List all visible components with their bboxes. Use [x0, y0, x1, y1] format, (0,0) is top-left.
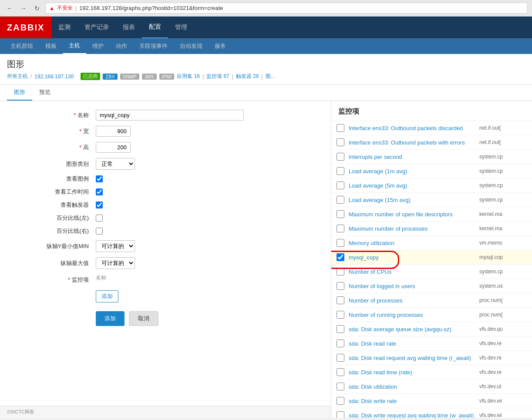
tab-graphs[interactable]: 图形	[7, 85, 32, 101]
breadcrumb-apps[interactable]: 应用集 16	[177, 73, 200, 80]
breadcrumb-allhosts[interactable]: 所有主机	[7, 73, 28, 80]
nav-config[interactable]: 配置	[142, 17, 168, 38]
item-name[interactable]: sda: Disk read request avg waiting time …	[349, 355, 479, 361]
item-checkbox-15[interactable]	[337, 339, 344, 347]
name-input[interactable]	[96, 110, 244, 121]
item-name[interactable]: Interface ens33: Outbound packets with e…	[349, 139, 479, 146]
item-name[interactable]: sda: Disk read rate	[349, 340, 479, 347]
monitoring-header: 名称	[96, 274, 322, 282]
monitoring-label: 监控项	[9, 274, 96, 284]
item-list: Interface ens33: Outbound packets discar…	[331, 121, 532, 418]
breadcrumb: 所有主机 / 192.168.197.130 已启用 ZBX SNMP JMX …	[7, 73, 525, 80]
subnav-services[interactable]: 服务	[209, 38, 232, 54]
trigger-label: 查看触发器	[9, 201, 96, 209]
subnav-templates[interactable]: 模板	[39, 38, 63, 54]
item-checkbox-14[interactable]	[337, 325, 344, 333]
subnav-hostgroups[interactable]: 主机群组	[4, 38, 39, 54]
item-name[interactable]: Number of processes	[349, 297, 479, 304]
percentile-left-checkbox[interactable]	[96, 215, 103, 222]
item-name[interactable]: Load average (1m avg)	[349, 168, 479, 175]
percentile-right-checkbox[interactable]	[96, 228, 103, 235]
item-checkbox-18[interactable]	[337, 383, 344, 390]
breadcrumb-host[interactable]: 192.168.197.130	[34, 74, 74, 80]
item-checkbox-2[interactable]	[337, 153, 344, 161]
nav-admin[interactable]: 管理	[168, 17, 194, 38]
item-name[interactable]: mysql_copy	[349, 254, 479, 261]
item-row: Interrupts per secondsystem.cp	[331, 150, 532, 164]
item-checkbox-7[interactable]	[337, 225, 344, 232]
height-input[interactable]	[96, 142, 131, 153]
item-checkbox-6[interactable]	[337, 210, 344, 218]
url-display[interactable]: 192.168.197.128/graphs.php?hostid=10321&…	[79, 5, 223, 11]
item-name[interactable]: Load average (5m avg)	[349, 182, 479, 189]
col-name: 名称	[96, 274, 106, 282]
ymax-select[interactable]: 可计算的 固定 条目	[96, 257, 135, 269]
item-checkbox-11[interactable]	[337, 282, 344, 290]
item-checkbox-13[interactable]	[337, 311, 344, 319]
item-checkbox-16[interactable]	[337, 354, 344, 362]
item-key: vfs.dev.qu	[479, 326, 527, 332]
subnav-correlations[interactable]: 关联项事件	[133, 38, 174, 54]
item-name[interactable]: sda: Disk average queue size (avgqu-sz)	[349, 326, 479, 333]
item-row: Load average (15m avg)system.cp	[331, 193, 532, 207]
zabbix-logo[interactable]: ZABBIX	[0, 17, 51, 38]
tab-preview[interactable]: 预览	[32, 85, 57, 101]
breadcrumb-items[interactable]: 监控项 67	[206, 73, 229, 80]
ymin-select[interactable]: 可计算的 固定 条目	[96, 240, 135, 252]
item-name[interactable]: Number of CPUs	[349, 269, 479, 275]
badge-jmx: JMX	[142, 74, 157, 80]
cancel-button[interactable]: 取消	[129, 311, 158, 326]
nav-reports[interactable]: 报表	[116, 17, 142, 38]
trigger-checkbox[interactable]	[96, 202, 103, 208]
item-name[interactable]: Maximum number of open file descriptors	[349, 211, 479, 218]
item-checkbox-0[interactable]	[337, 124, 344, 132]
item-checkbox-5[interactable]	[337, 196, 344, 204]
item-name[interactable]: Load average (15m avg)	[349, 197, 479, 203]
item-name[interactable]: Memory utilization	[349, 240, 479, 246]
page-title: 图形	[7, 58, 525, 70]
item-checkbox-9[interactable]	[337, 253, 344, 261]
nav-assets[interactable]: 资产记录	[77, 17, 116, 38]
add-item-link[interactable]: 添加	[96, 290, 118, 302]
item-name[interactable]: Maximum number of processes	[349, 225, 479, 232]
item-key: kernel.ma	[479, 225, 527, 232]
item-name[interactable]: sda: Disk utilization	[349, 383, 479, 390]
item-checkbox-20[interactable]	[337, 411, 344, 418]
height-row: 高	[9, 142, 322, 153]
breadcrumb-graphs[interactable]: 图...	[266, 73, 275, 80]
forward-button[interactable]: →	[18, 4, 29, 13]
item-name[interactable]: Number of running processes	[349, 312, 479, 318]
item-checkbox-3[interactable]	[337, 167, 344, 175]
item-name[interactable]: sda: Disk write request avg waiting time…	[349, 412, 479, 418]
item-checkbox-10[interactable]	[337, 268, 344, 276]
subnav-discovery[interactable]: 自动发现	[174, 38, 209, 54]
item-checkbox-8[interactable]	[337, 239, 344, 247]
subnav-maintenance[interactable]: 维护	[86, 38, 110, 54]
submit-button[interactable]: 添加	[96, 311, 125, 326]
item-key: mysql.cop	[479, 254, 527, 260]
percentile-right-label: 百分比线(右)	[9, 227, 96, 235]
item-checkbox-12[interactable]	[337, 296, 344, 304]
width-input[interactable]	[96, 126, 131, 137]
type-select[interactable]: 正常 叠加 派形 爆炸派形	[96, 158, 135, 170]
breadcrumb-triggers[interactable]: 触发器 26	[236, 73, 259, 80]
item-checkbox-17[interactable]	[337, 368, 344, 376]
back-button[interactable]: ←	[4, 4, 15, 13]
item-checkbox-19[interactable]	[337, 397, 344, 405]
item-name[interactable]: Number of logged in users	[349, 283, 479, 289]
item-key: system.cp	[479, 197, 527, 203]
legend-checkbox[interactable]	[96, 175, 103, 182]
item-name[interactable]: Interface ens33: Outbound packets discar…	[349, 125, 479, 131]
item-name[interactable]: sda: Disk read time (rate)	[349, 369, 479, 376]
nav-monitor[interactable]: 监测	[51, 17, 77, 38]
item-checkbox-4[interactable]	[337, 181, 344, 189]
item-name[interactable]: Interrupts per second	[349, 154, 479, 160]
subnav-actions[interactable]: 动作	[110, 38, 133, 54]
subnav-hosts[interactable]: 主机	[63, 38, 86, 54]
item-checkbox-1[interactable]	[337, 138, 344, 146]
reload-button[interactable]: ↻	[32, 4, 42, 13]
item-name[interactable]: sda: Disk write rate	[349, 398, 479, 404]
item-key: vfs.dev.re	[479, 340, 527, 346]
worktime-checkbox[interactable]	[96, 188, 103, 195]
item-row: sda: Disk write ratevfs.dev.wi	[331, 394, 532, 408]
